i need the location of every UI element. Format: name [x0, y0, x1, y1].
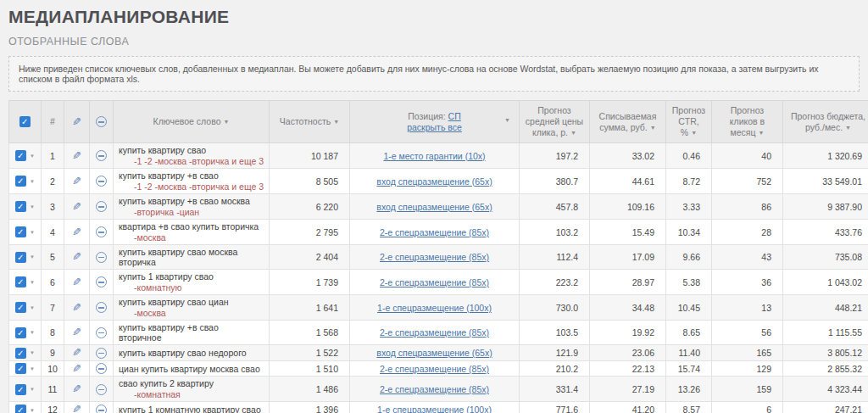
edit-cell[interactable]: ✎: [64, 245, 90, 270]
pencil-icon[interactable]: ✎: [72, 202, 81, 212]
minus-circle-icon[interactable]: [96, 176, 107, 187]
row-select-cell[interactable]: [9, 402, 42, 413]
row-checkbox[interactable]: [15, 348, 26, 359]
row-select-cell[interactable]: [9, 143, 42, 169]
minus-circle-icon[interactable]: [96, 363, 107, 374]
row-checkbox[interactable]: [15, 384, 26, 395]
remove-cell[interactable]: [90, 270, 114, 295]
minus-circle-icon[interactable]: [96, 201, 107, 212]
edit-cell[interactable]: ✎: [64, 220, 90, 245]
minus-circle-icon[interactable]: [96, 150, 107, 161]
chevron-down-icon[interactable]: [30, 364, 35, 374]
position-link[interactable]: 2-е спецразмещение (85x): [380, 364, 489, 374]
position-link[interactable]: вход спецразмещение (65x): [376, 176, 492, 187]
remove-cell[interactable]: [90, 194, 114, 220]
remove-cell[interactable]: [90, 245, 114, 270]
row-checkbox[interactable]: [15, 405, 26, 413]
pencil-icon[interactable]: ✎: [72, 348, 81, 358]
edit-cell[interactable]: ✎: [64, 360, 90, 377]
position-sp-link[interactable]: СП: [448, 111, 461, 121]
edit-cell[interactable]: ✎: [64, 143, 90, 169]
pencil-icon[interactable]: ✎: [72, 384, 81, 394]
remove-cell[interactable]: [90, 220, 114, 245]
chevron-down-icon[interactable]: [30, 303, 35, 313]
row-checkbox[interactable]: [15, 363, 26, 374]
row-select-cell[interactable]: [9, 169, 42, 194]
minus-circle-icon[interactable]: [96, 327, 107, 338]
chevron-down-icon[interactable]: [30, 151, 35, 161]
position-link[interactable]: 2-е спецразмещение (85x): [380, 384, 489, 394]
pencil-icon[interactable]: ✎: [72, 227, 81, 237]
position-link[interactable]: 1-е спецразмещение (100x): [377, 405, 492, 413]
remove-cell[interactable]: [90, 345, 114, 361]
sort-icon[interactable]: [691, 130, 697, 136]
sort-icon[interactable]: [650, 125, 656, 131]
chevron-down-icon[interactable]: [30, 327, 35, 338]
chevron-down-icon[interactable]: [30, 384, 35, 394]
chevron-down-icon[interactable]: [30, 176, 35, 187]
select-all-checkbox[interactable]: [19, 116, 31, 127]
edit-cell[interactable]: ✎: [64, 402, 90, 413]
chevron-down-icon[interactable]: [30, 252, 35, 262]
edit-cell[interactable]: ✎: [64, 377, 90, 402]
chevron-down-icon[interactable]: [30, 348, 35, 358]
pencil-icon[interactable]: ✎: [72, 252, 81, 262]
sort-icon[interactable]: [759, 130, 765, 136]
remove-cell[interactable]: [90, 295, 114, 321]
edit-cell[interactable]: ✎: [64, 295, 90, 321]
minus-circle-icon[interactable]: [96, 405, 107, 413]
position-link[interactable]: 1-е спецразмещение (100x): [377, 303, 492, 313]
pencil-icon[interactable]: ✎: [72, 151, 81, 161]
row-select-cell[interactable]: [9, 345, 42, 361]
remove-cell[interactable]: [90, 377, 114, 402]
row-checkbox[interactable]: [15, 201, 26, 212]
position-link[interactable]: 2-е спецразмещение (85x): [380, 277, 489, 287]
row-checkbox[interactable]: [15, 150, 26, 161]
remove-cell[interactable]: [90, 143, 114, 169]
sort-icon[interactable]: [333, 119, 339, 125]
row-select-cell[interactable]: [9, 295, 42, 321]
sort-icon[interactable]: [504, 114, 510, 126]
row-select-cell[interactable]: [9, 321, 42, 345]
sort-icon[interactable]: [223, 119, 229, 125]
position-link[interactable]: 2-е спецразмещение (85x): [380, 227, 489, 237]
edit-cell[interactable]: ✎: [64, 321, 90, 345]
keyword-header[interactable]: Ключевое слово: [114, 101, 270, 143]
edit-cell[interactable]: ✎: [64, 169, 90, 194]
chevron-down-icon[interactable]: [30, 405, 35, 413]
row-checkbox[interactable]: [15, 226, 26, 237]
avg-price-header[interactable]: Прогноз средней цены клика, р.: [520, 101, 590, 143]
sort-icon[interactable]: [570, 130, 576, 136]
position-link[interactable]: 1-е место гарантии (10x): [383, 151, 485, 161]
chevron-down-icon[interactable]: [30, 227, 35, 237]
minus-circle-icon[interactable]: [96, 276, 107, 287]
chevron-down-icon[interactable]: [30, 277, 35, 287]
row-select-cell[interactable]: [9, 377, 42, 402]
pencil-icon[interactable]: ✎: [72, 277, 81, 287]
position-link[interactable]: вход спецразмещение (65x): [376, 202, 492, 212]
minus-circle-icon[interactable]: [96, 348, 107, 359]
remove-cell[interactable]: [90, 402, 114, 413]
remove-cell[interactable]: [90, 360, 114, 377]
remove-cell[interactable]: [90, 169, 114, 194]
budget-header[interactable]: Прогноз бюджета, руб./мес.: [783, 101, 868, 143]
position-link[interactable]: 2-е спецразмещение (85x): [380, 327, 489, 338]
ctr-header[interactable]: Прогноз CTR, %: [666, 101, 712, 143]
row-select-cell[interactable]: [9, 360, 42, 377]
minus-circle-icon[interactable]: [96, 302, 107, 313]
chevron-down-icon[interactable]: [30, 202, 35, 212]
pencil-icon[interactable]: ✎: [72, 364, 81, 374]
row-select-cell[interactable]: [9, 194, 42, 220]
row-select-cell[interactable]: [9, 270, 42, 295]
minus-circle-icon[interactable]: [96, 384, 107, 395]
sort-icon[interactable]: [845, 125, 851, 131]
pencil-icon[interactable]: ✎: [72, 176, 81, 187]
row-select-cell[interactable]: [9, 245, 42, 270]
minus-circle-icon[interactable]: [96, 226, 107, 237]
edit-cell[interactable]: ✎: [64, 270, 90, 295]
remove-cell[interactable]: [90, 321, 114, 345]
writeoff-header[interactable]: Списываемая сумма, руб.: [590, 101, 666, 143]
clicks-header[interactable]: Прогноз кликов в месяц: [712, 101, 783, 143]
pencil-icon[interactable]: ✎: [72, 327, 81, 338]
edit-cell[interactable]: ✎: [64, 194, 90, 220]
